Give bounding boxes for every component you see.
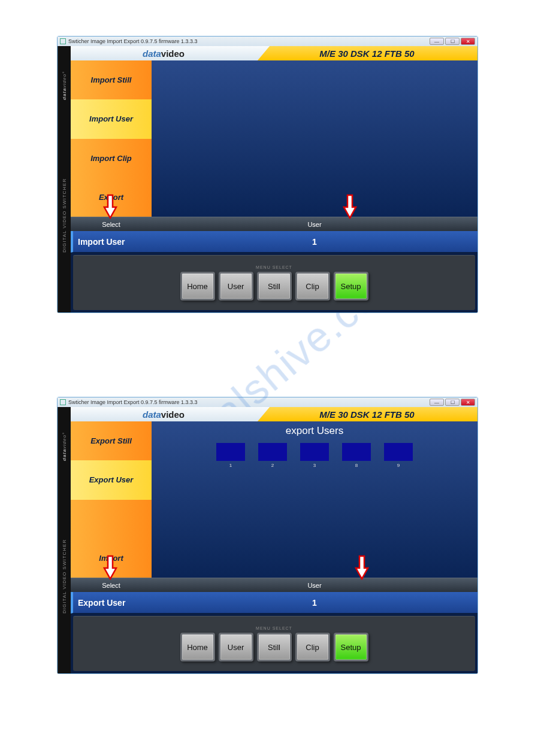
column-header-select: Select <box>71 221 152 228</box>
menu-select-label: MENU SELECT <box>256 626 292 630</box>
home-button[interactable]: Home <box>180 272 215 300</box>
header-bar: datavideo M/E 30 DSK 12 FTB 50 <box>71 407 477 421</box>
close-button[interactable]: ✕ <box>461 399 475 406</box>
arrow-select-icon <box>103 555 117 580</box>
status-row: Export User 1 <box>71 592 477 614</box>
column-header-row: Select User <box>71 578 477 592</box>
menu-select-bar: MENU SELECT Home User Still Clip Setup <box>73 255 475 310</box>
setup-button[interactable]: Setup <box>334 272 368 300</box>
app-window-export: Swticher Image Import Export 0.9.7.5 fir… <box>57 397 478 674</box>
user-button[interactable]: User <box>219 633 253 661</box>
column-header-user: User <box>152 221 477 228</box>
arrow-user-icon <box>343 194 357 219</box>
user-thumb[interactable]: 9 <box>384 443 413 468</box>
clip-button[interactable]: Clip <box>295 272 330 300</box>
setup-button[interactable]: Setup <box>334 633 368 661</box>
menu-select-label: MENU SELECT <box>256 265 292 269</box>
clip-button[interactable]: Clip <box>295 633 330 661</box>
arrow-user-icon <box>355 555 369 580</box>
column-header-row: Select User <box>71 217 477 231</box>
tab-export-user[interactable]: Export User <box>71 460 152 499</box>
close-button[interactable]: ✕ <box>461 38 475 45</box>
minimize-button[interactable]: — <box>430 38 444 45</box>
minimize-button[interactable]: — <box>430 399 444 406</box>
still-button[interactable]: Still <box>257 633 292 661</box>
window-titlebar: Swticher Image Import Export 0.9.7.5 fir… <box>58 397 477 407</box>
status-value: 1 <box>152 598 477 608</box>
status-mode: Export User <box>73 598 152 608</box>
user-thumb[interactable]: 3 <box>300 443 329 468</box>
side-brand-strip: DIGITAL VIDEO SWITCHER datavideo° <box>58 46 71 312</box>
still-button[interactable]: Still <box>257 272 292 300</box>
column-header-select: Select <box>71 582 152 589</box>
status-mode: Import User <box>73 237 152 247</box>
tab-blank[interactable] <box>71 500 152 539</box>
main-canvas <box>152 60 477 217</box>
app-window-import: Swticher Image Import Export 0.9.7.5 fir… <box>57 36 478 313</box>
window-title: Swticher Image Import Export 0.9.7.5 fir… <box>68 399 198 405</box>
maximize-button[interactable]: ☐ <box>445 399 460 406</box>
status-row: Import User 1 <box>71 231 477 253</box>
tab-export-still[interactable]: Export Still <box>71 421 152 460</box>
canvas-title: export Users <box>152 425 477 437</box>
maximize-button[interactable]: ☐ <box>445 38 460 45</box>
header-bar: datavideo M/E 30 DSK 12 FTB 50 <box>71 46 477 60</box>
side-brand-strip: DIGITAL VIDEO SWITCHER datavideo° <box>58 407 71 673</box>
user-thumb[interactable]: 8 <box>342 443 371 468</box>
window-title: Swticher Image Import Export 0.9.7.5 fir… <box>68 38 198 44</box>
app-icon <box>60 399 66 405</box>
tab-import-clip[interactable]: Import Clip <box>71 139 152 178</box>
tab-import-user[interactable]: Import User <box>71 99 152 138</box>
status-value: 1 <box>152 237 477 247</box>
home-button[interactable]: Home <box>180 633 215 661</box>
brand-logo: datavideo <box>71 407 256 421</box>
arrow-select-icon <box>103 194 117 219</box>
header-status: M/E 30 DSK 12 FTB 50 <box>256 46 477 60</box>
menu-select-bar: MENU SELECT Home User Still Clip Setup <box>73 616 475 671</box>
user-thumb[interactable]: 2 <box>258 443 287 468</box>
window-titlebar: Swticher Image Import Export 0.9.7.5 fir… <box>58 37 477 46</box>
column-header-user: User <box>152 582 477 589</box>
main-canvas: export Users 1 2 3 8 9 <box>152 421 477 578</box>
app-icon <box>60 38 66 44</box>
user-button[interactable]: User <box>219 272 253 300</box>
tab-import-still[interactable]: Import Still <box>71 60 152 99</box>
brand-logo: datavideo <box>71 46 256 60</box>
header-status: M/E 30 DSK 12 FTB 50 <box>256 407 477 421</box>
user-thumb[interactable]: 1 <box>216 443 245 468</box>
